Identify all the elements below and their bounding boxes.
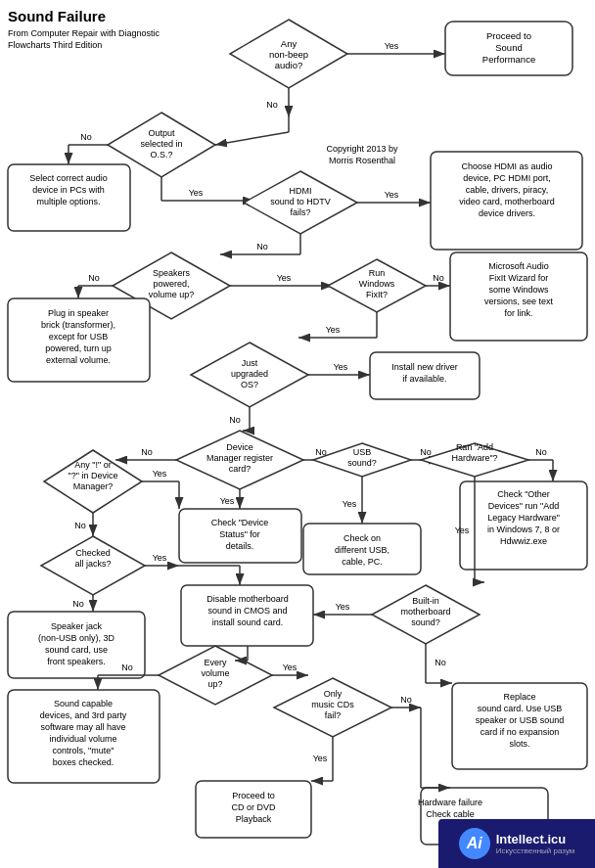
svg-text:Ran "Add: Ran "Add: [456, 442, 493, 452]
svg-text:Yes: Yes: [326, 325, 341, 335]
svg-text:card?: card?: [229, 464, 252, 474]
svg-text:except for USB: except for USB: [49, 332, 109, 342]
svg-text:some Windows: some Windows: [488, 285, 549, 295]
svg-text:Just: Just: [242, 358, 258, 368]
svg-text:card if no expansion: card if no expansion: [481, 727, 560, 737]
flowchart-svg: Any non-beep audio? Proceed to Sound Per…: [0, 0, 595, 868]
svg-text:Yes: Yes: [283, 662, 298, 672]
svg-text:individual volume: individual volume: [49, 734, 116, 744]
svg-text:if available.: if available.: [402, 374, 446, 384]
svg-text:sound?: sound?: [411, 617, 440, 627]
svg-text:Manager register: Manager register: [206, 453, 273, 463]
svg-line-28: [215, 132, 289, 145]
svg-text:No: No: [141, 447, 153, 457]
svg-text:volume up?: volume up?: [149, 290, 195, 299]
svg-text:Yes: Yes: [336, 602, 350, 612]
svg-text:audio?: audio?: [275, 60, 303, 70]
svg-text:multiple options.: multiple options.: [36, 197, 100, 206]
svg-text:Status" for: Status" for: [219, 529, 260, 539]
svg-text:Yes: Yes: [313, 754, 328, 763]
watermark-logo: Ai: [459, 828, 490, 859]
svg-text:Yes: Yes: [277, 273, 292, 283]
svg-text:No: No: [266, 100, 278, 110]
svg-text:Yes: Yes: [385, 41, 399, 51]
svg-text:Disable motherboard: Disable motherboard: [206, 594, 289, 604]
svg-text:Hardware failure: Hardware failure: [418, 798, 482, 807]
svg-text:details.: details.: [226, 541, 254, 551]
svg-text:Checked: Checked: [75, 548, 111, 558]
svg-text:Performance: Performance: [482, 54, 535, 65]
svg-text:powered,: powered,: [153, 279, 189, 289]
svg-text:all jacks?: all jacks?: [74, 559, 111, 569]
svg-text:video card, motherboard: video card, motherboard: [459, 197, 555, 206]
svg-text:volume: volume: [201, 668, 229, 678]
svg-text:install sound card.: install sound card.: [212, 617, 284, 627]
svg-text:cable, drivers, piracy,: cable, drivers, piracy,: [466, 185, 548, 195]
svg-text:Copyright 2013 by: Copyright 2013 by: [326, 144, 398, 154]
watermark: Ai Intellect.icu Искусственный разум: [438, 819, 595, 868]
svg-text:Output: Output: [148, 128, 175, 138]
svg-text:non-beep: non-beep: [269, 49, 308, 60]
svg-text:O.S.?: O.S.?: [150, 150, 172, 160]
svg-text:Any "!" or: Any "!" or: [74, 460, 111, 470]
svg-text:devices, and 3rd party: devices, and 3rd party: [40, 710, 127, 720]
svg-text:USB: USB: [353, 447, 372, 457]
svg-text:software may all have: software may all have: [40, 722, 125, 732]
svg-text:Yes: Yes: [153, 553, 167, 563]
svg-text:No: No: [80, 132, 92, 142]
svg-text:No: No: [256, 242, 268, 251]
svg-text:music CDs: music CDs: [311, 700, 354, 709]
svg-text:Proceed to: Proceed to: [232, 791, 275, 800]
svg-text:Only: Only: [324, 689, 343, 699]
watermark-sub: Искусственный разум: [496, 846, 575, 855]
svg-text:No: No: [88, 273, 100, 283]
svg-text:Manager?: Manager?: [73, 481, 114, 491]
svg-text:cable, PC.: cable, PC.: [342, 557, 383, 567]
svg-text:No: No: [72, 599, 84, 609]
svg-text:device drivers.: device drivers.: [479, 208, 535, 218]
svg-text:front speakers.: front speakers.: [47, 657, 106, 666]
svg-text:selected in: selected in: [140, 139, 182, 149]
svg-text:CD or DVD: CD or DVD: [231, 802, 276, 812]
svg-text:Choose HDMI as audio: Choose HDMI as audio: [461, 161, 552, 171]
svg-text:Yes: Yes: [220, 496, 235, 506]
svg-text:different USB,: different USB,: [335, 545, 389, 555]
svg-text:powered, turn up: powered, turn up: [45, 343, 112, 353]
svg-text:Yes: Yes: [153, 469, 167, 479]
svg-text:No: No: [400, 695, 412, 705]
page-container: Sound Failure From Computer Repair with …: [0, 0, 595, 868]
svg-text:slots.: slots.: [509, 739, 529, 749]
svg-text:Yes: Yes: [385, 190, 399, 200]
svg-text:Hdwwiz.exe: Hdwwiz.exe: [500, 536, 547, 546]
watermark-site: Intellect.icu: [496, 832, 575, 846]
svg-text:FixIt?: FixIt?: [366, 290, 388, 299]
svg-text:Check "Device: Check "Device: [211, 518, 269, 527]
svg-text:sound in CMOS  and: sound in CMOS and: [207, 606, 287, 616]
svg-text:up?: up?: [207, 679, 222, 689]
svg-text:motherboard: motherboard: [400, 607, 450, 617]
svg-text:"?" in Device: "?" in Device: [69, 471, 118, 480]
svg-text:Check cable: Check cable: [426, 809, 475, 819]
subtitle: From Computer Repair with Diagnostic Flo…: [8, 27, 164, 51]
svg-text:Sound: Sound: [495, 42, 522, 53]
svg-text:upgraded: upgraded: [231, 369, 268, 379]
svg-text:FixIt Wizard for: FixIt Wizard for: [489, 273, 549, 283]
svg-text:Any: Any: [281, 38, 298, 49]
main-title: Sound Failure: [8, 8, 164, 24]
svg-text:sound card, use: sound card, use: [45, 645, 108, 655]
svg-text:Legacy Hardware": Legacy Hardware": [487, 513, 560, 523]
svg-text:Yes: Yes: [189, 188, 204, 198]
svg-text:Select correct audio: Select correct audio: [29, 173, 108, 183]
svg-text:No: No: [535, 447, 547, 457]
svg-text:boxes checked.: boxes checked.: [53, 757, 114, 767]
svg-text:Yes: Yes: [455, 525, 470, 535]
svg-text:versions, see text: versions, see text: [484, 297, 554, 306]
svg-text:No: No: [74, 521, 86, 530]
svg-text:brick (transformer),: brick (transformer),: [41, 320, 115, 330]
svg-text:fail?: fail?: [325, 710, 342, 720]
svg-text:No: No: [433, 273, 444, 283]
svg-text:Devices" run "Add: Devices" run "Add: [488, 501, 559, 511]
svg-text:fails?: fails?: [290, 207, 310, 217]
svg-text:Speaker jack: Speaker jack: [51, 621, 103, 631]
svg-text:Microsoft Audio: Microsoft Audio: [488, 261, 549, 271]
